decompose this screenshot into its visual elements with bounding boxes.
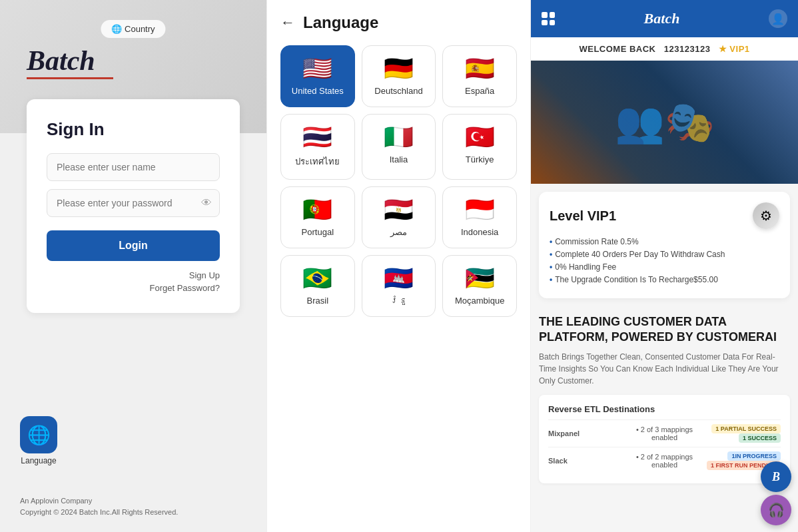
badge-status1: 1IN PROGRESS — [727, 451, 781, 461]
language-item-th[interactable]: 🇹🇭 ประเทศไทย — [280, 114, 355, 180]
password-wrapper: 👁 — [47, 189, 220, 217]
etl-name: Slack — [548, 457, 625, 465]
vip-card: Level VIP1 ⚙ Commission Rate 0.5%Complet… — [539, 192, 790, 298]
country-bar-top[interactable]: 🌐 Country — [101, 20, 165, 38]
language-item-br[interactable]: 🇧🇷 Brasil — [280, 255, 355, 317]
back-button[interactable]: ← — [280, 14, 295, 31]
vip-bullet-item: Commission Rate 0.5% — [550, 237, 779, 246]
language-fab-icon: 🌐 — [20, 416, 57, 453]
language-item-mz[interactable]: 🇲🇿 Moçambique — [442, 255, 517, 317]
language-item-eg[interactable]: 🇪🇬 مصر — [362, 186, 436, 248]
lang-name-br: Brasil — [307, 296, 329, 306]
etl-rows: Mixpanel • 2 of 3 mappings enabled 1 PAR… — [548, 419, 781, 474]
dashboard-content: THE LEADING CUSTOMER DATA PLATFORM, POWE… — [531, 306, 798, 491]
settings-gear-icon[interactable]: ⚙ — [753, 202, 779, 229]
logo-area: Batch — [0, 47, 266, 79]
flag-eg: 🇪🇬 — [384, 198, 414, 222]
signin-panel: 🌐 Country Batch Sign In 👁 Login Sign Up … — [0, 0, 266, 532]
flag-th: 🇹🇭 — [302, 125, 332, 149]
language-header: ← Language — [280, 13, 517, 32]
flag-kh: 🇰🇭 — [384, 266, 414, 290]
dashboard-header: Batch 👤 — [531, 0, 798, 37]
signup-link[interactable]: Sign Up — [189, 270, 220, 280]
etl-status: • 2 of 2 mappings enabled — [625, 453, 703, 469]
lang-name-th: ประเทศไทย — [295, 154, 340, 168]
flag-us: 🇺🇸 — [302, 57, 332, 81]
lang-name-tr: Türkiye — [466, 154, 494, 164]
eye-icon[interactable]: 👁 — [201, 197, 212, 209]
flag-es: 🇪🇸 — [465, 57, 495, 81]
person-icon: 👤 — [771, 13, 785, 25]
flag-tr: 🇹🇷 — [465, 125, 495, 149]
dashboard-panel: Batch 👤 WELCOME BACK 123123123 ★ VIP1 👥🎭… — [531, 0, 798, 532]
vip-level: Level VIP1 — [550, 208, 616, 224]
flag-pt: 🇵🇹 — [302, 198, 332, 222]
signin-box: Sign In 👁 Login Sign Up Forget Password? — [27, 99, 240, 313]
flag-br: 🇧🇷 — [302, 266, 332, 290]
vip-bullet-item: 0% Handling Fee — [550, 262, 779, 272]
username-input[interactable] — [47, 153, 220, 181]
lang-name-id: Indonesia — [461, 227, 498, 237]
lang-name-pt: Portugal — [302, 227, 334, 237]
signin-links: Sign Up Forget Password? — [47, 270, 220, 293]
signin-title: Sign In — [47, 119, 220, 140]
welcome-text: WELCOME BACK — [579, 44, 655, 54]
language-fab[interactable]: 🌐 Language — [20, 416, 57, 465]
vip-card-header: Level VIP1 ⚙ — [550, 202, 779, 229]
flag-it: 🇮🇹 — [384, 125, 414, 149]
lang-name-it: Italia — [390, 154, 408, 164]
globe-icon: 🌐 — [27, 424, 51, 446]
language-panel: ← Language 🇺🇸 United States 🇩🇪 Deutschla… — [266, 0, 531, 532]
language-item-tr[interactable]: 🇹🇷 Türkiye — [442, 114, 517, 180]
flag-id: 🇮🇩 — [465, 198, 495, 222]
badge-status2: 1 SUCCESS — [739, 433, 781, 443]
logo-underline — [27, 77, 113, 79]
flag-mz: 🇲🇿 — [465, 266, 495, 290]
support-fab-button[interactable]: 🎧 — [761, 495, 791, 525]
etl-status: • 2 of 3 mappings enabled — [625, 425, 703, 441]
etl-card: Reverse ETL Destinations Mixpanel • 2 of… — [539, 395, 790, 483]
language-item-de[interactable]: 🇩🇪 Deutschland — [362, 45, 436, 107]
language-grid: 🇺🇸 United States 🇩🇪 Deutschland 🇪🇸 Españ… — [280, 45, 517, 317]
language-item-pt[interactable]: 🇵🇹 Portugal — [280, 186, 355, 248]
batch-logo: Batch — [27, 47, 113, 75]
etl-row-slack: Slack • 2 of 2 mappings enabled 1IN PROG… — [548, 447, 781, 474]
dashboard-banner: 👥🎭 — [531, 61, 798, 184]
welcome-bar: WELCOME BACK 123123123 ★ VIP1 — [531, 37, 798, 61]
vip-badge: ★ VIP1 — [719, 44, 750, 54]
lang-name-us: United States — [292, 86, 344, 96]
language-item-it[interactable]: 🇮🇹 Italia — [362, 114, 436, 180]
dashboard-logo: Batch — [644, 10, 680, 27]
lang-name-eg: مصر — [390, 227, 407, 237]
login-button[interactable]: Login — [47, 230, 220, 261]
etl-name: Mixpanel — [548, 429, 625, 437]
vip-bullets: Commission Rate 0.5%Complete 40 Orders P… — [550, 237, 779, 284]
password-input[interactable] — [47, 189, 220, 217]
language-item-kh[interactable]: 🇰🇭 រំនួ — [362, 255, 436, 317]
language-item-es[interactable]: 🇪🇸 España — [442, 45, 517, 107]
platform-title: THE LEADING CUSTOMER DATA PLATFORM, POWE… — [539, 314, 790, 346]
vip-bullet-item: The Upgrade Condition Is To Recharge$55.… — [550, 275, 779, 284]
company-name: An Applovin Company — [20, 495, 178, 507]
copyright-text: Copyright © 2024 Batch Inc.All Rights Re… — [20, 507, 178, 519]
etl-badges: 1 PARTIAL SUCCESS 1 SUCCESS — [703, 424, 781, 443]
language-fab-label: Language — [21, 456, 56, 465]
language-title: Language — [303, 13, 378, 32]
lang-name-de: Deutschland — [374, 86, 422, 96]
banner-graphic: 👥🎭 — [615, 99, 715, 146]
flag-de: 🇩🇪 — [384, 57, 414, 81]
language-item-id[interactable]: 🇮🇩 Indonesia — [442, 186, 517, 248]
lang-name-mz: Moçambique — [455, 296, 504, 306]
lang-name-kh: រំនួ — [390, 296, 408, 306]
etl-card-title: Reverse ETL Destinations — [548, 404, 781, 414]
user-id: 123123123 — [664, 44, 711, 54]
banner-image: 👥🎭 — [531, 61, 798, 184]
footer-text: An Applovin Company Copyright © 2024 Bat… — [20, 495, 178, 519]
badge-status1: 1 PARTIAL SUCCESS — [711, 424, 781, 433]
forgot-password-link[interactable]: Forget Password? — [150, 283, 220, 293]
etl-row-mixpanel: Mixpanel • 2 of 3 mappings enabled 1 PAR… — [548, 419, 781, 447]
user-profile-icon[interactable]: 👤 — [769, 9, 787, 28]
grid-menu-icon[interactable] — [542, 12, 555, 25]
language-item-us[interactable]: 🇺🇸 United States — [280, 45, 355, 107]
batch-fab-button[interactable]: B — [761, 461, 791, 492]
